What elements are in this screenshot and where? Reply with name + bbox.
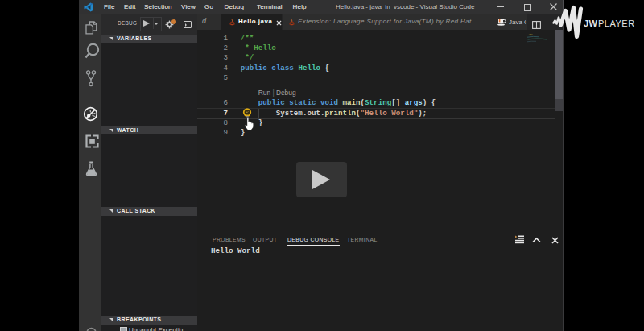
svg-text:JW: JW	[584, 19, 597, 28]
svg-text:PLAYER: PLAYER	[598, 19, 635, 28]
